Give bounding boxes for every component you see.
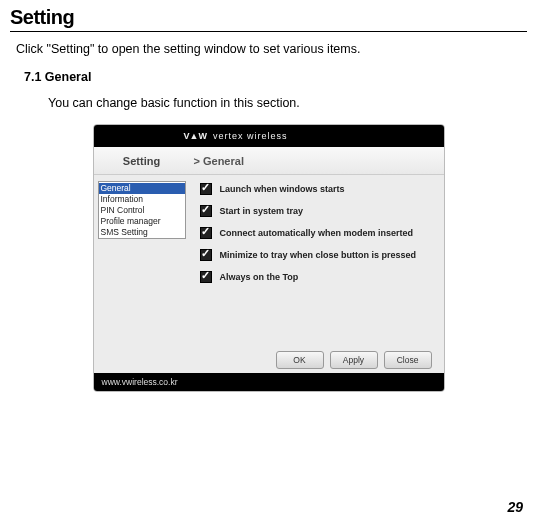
checkbox-icon[interactable] <box>200 205 212 217</box>
header-setting-label: Setting <box>94 155 190 167</box>
app-header: Setting > General <box>94 147 444 175</box>
option-label: Always on the Top <box>220 272 299 282</box>
sidebar-item-profile-manager[interactable]: Profile manager <box>99 216 185 227</box>
option-auto-connect[interactable]: Connect automatically when modem inserte… <box>200 227 434 239</box>
option-label: Minimize to tray when close button is pr… <box>220 250 417 260</box>
app-titlebar: V▲W vertex wireless <box>94 125 444 147</box>
section-heading: 7.1 General <box>24 70 527 84</box>
title-rule <box>10 31 527 32</box>
intro-text: Click "Setting" to open the setting wind… <box>16 42 527 56</box>
sidebar-item-sms-setting[interactable]: SMS Setting <box>99 227 185 238</box>
dialog-buttons: OK Apply Close <box>276 351 432 369</box>
option-label: Start in system tray <box>220 206 304 216</box>
sidebar-item-information[interactable]: Information <box>99 194 185 205</box>
option-minimize-tray[interactable]: Minimize to tray when close button is pr… <box>200 249 434 261</box>
checkbox-icon[interactable] <box>200 249 212 261</box>
app-footer: www.vwireless.co.kr <box>94 373 444 391</box>
embedded-screenshot: V▲W vertex wireless Setting > General Ge… <box>93 124 445 392</box>
checkbox-icon[interactable] <box>200 183 212 195</box>
sidebar-list[interactable]: General Information PIN Control Profile … <box>98 181 186 239</box>
brand-logo: V▲W <box>184 131 207 141</box>
option-label: Launch when windows starts <box>220 184 345 194</box>
main-panel: Launch when windows starts Start in syst… <box>190 175 444 373</box>
apply-button[interactable]: Apply <box>330 351 378 369</box>
page-title: Setting <box>10 6 527 31</box>
close-button[interactable]: Close <box>384 351 432 369</box>
option-always-top[interactable]: Always on the Top <box>200 271 434 283</box>
checkbox-icon[interactable] <box>200 271 212 283</box>
checkbox-icon[interactable] <box>200 227 212 239</box>
sidebar-item-pin-control[interactable]: PIN Control <box>99 205 185 216</box>
option-start-tray[interactable]: Start in system tray <box>200 205 434 217</box>
sidebar-item-general[interactable]: General <box>99 183 185 194</box>
breadcrumb: > General <box>190 155 244 167</box>
sidebar: General Information PIN Control Profile … <box>94 175 190 373</box>
option-label: Connect automatically when modem inserte… <box>220 228 414 238</box>
page-number: 29 <box>507 499 523 515</box>
brand-text: vertex wireless <box>213 131 288 141</box>
ok-button[interactable]: OK <box>276 351 324 369</box>
section-body: You can change basic function in this se… <box>48 96 527 110</box>
option-launch-startup[interactable]: Launch when windows starts <box>200 183 434 195</box>
app-body: General Information PIN Control Profile … <box>94 175 444 373</box>
